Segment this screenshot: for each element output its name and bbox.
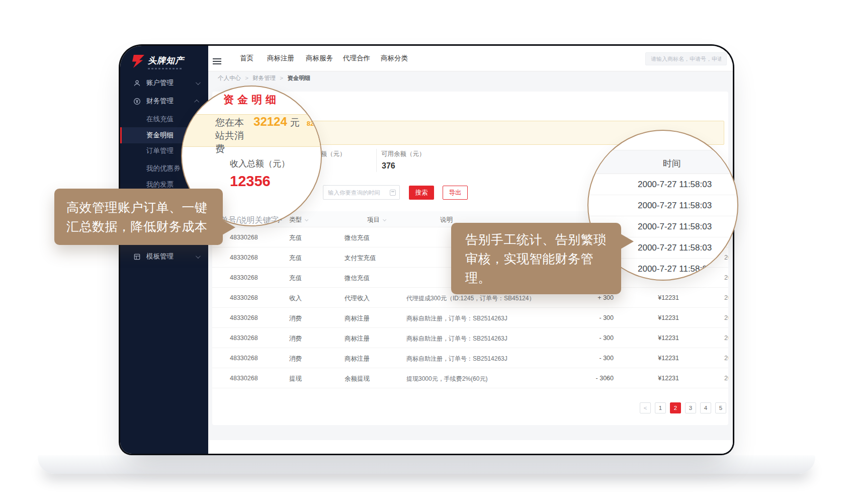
magnified-time-header: 时间 [587,150,738,174]
nav-item-trademark-category[interactable]: 商标分类 [381,54,408,63]
cell-order: 48330268 [230,234,258,241]
cell-time: 2000-7-27 11:58:03 [724,274,728,281]
sort-chevron-icon [305,218,308,221]
cell-type: 收入 [289,294,302,303]
callout-arrow-icon [222,220,235,235]
table-row[interactable]: 48330268消费商标注册商标自助注册，订单号：SB2514263J- 300… [212,348,728,368]
cell-project: 商标注册 [345,355,370,363]
pagination: < 1 2 3 4 5 [640,402,726,413]
pagination-prev-button[interactable]: < [640,402,651,413]
cell-desc: 商标自助注册，订单号：SB2514263J [406,314,507,323]
cell-desc: 代理提成300元（ID:1245，订单号：SB45124） [406,294,535,303]
cell-balance: ¥12231 [648,294,679,301]
stat-divider [376,149,377,172]
callout-left-text: 高效管理账户订单、一键汇总数据，降低财务成本 [66,198,211,236]
sidebar: 头牌知产 账户管理 财务管理 [120,46,208,454]
breadcrumb-separator: > [245,75,248,81]
cell-order: 48330268 [230,294,258,301]
breadcrumb-item-current: 资金明细 [287,75,310,81]
cell-order: 48330268 [230,274,258,281]
sidebar-item-label: 模板管理 [146,252,174,261]
cell-project: 余额提现 [345,375,370,383]
sidebar-item-account[interactable]: 账户管理 [120,75,208,91]
cell-type: 充值 [289,254,302,263]
nav-item-trademark-service[interactable]: 商标服务 [306,54,333,63]
breadcrumb-separator: > [280,75,283,81]
cell-project: 商标注册 [345,334,370,343]
table-row[interactable]: 48330268提现余额提现提现3000元，手续费2%(60元)- 3060¥1… [212,368,728,388]
cell-time: 2000-7-27 11:58:03 [724,334,728,342]
laptop-base [38,455,815,474]
magnified-tab-title: 资金明细 [223,93,280,107]
cell-order: 48330268 [230,314,258,321]
hamburger-menu-icon[interactable] [213,58,221,66]
sidebar-item-label: 订单管理 [146,146,174,155]
magnified-income-label: 收入总额（元） [230,158,290,170]
calendar-icon[interactable] [390,190,396,196]
cell-desc: 提现3000元，手续费2%(60元) [406,375,487,383]
sidebar-item-label: 在线充值 [146,115,174,124]
nav-item-trademark-register[interactable]: 商标注册 [267,54,294,63]
cell-amount: - 3060 [579,375,614,382]
pagination-page-4[interactable]: 4 [700,402,711,413]
pagination-page-1[interactable]: 1 [655,402,666,413]
balance-value: 376 [382,161,395,171]
export-button[interactable]: 导出 [443,186,468,200]
magnified-time-row: 2000-7-27 11:58:03 [587,195,738,216]
chevron-up-icon [194,99,199,104]
cell-project: 微信充值 [345,234,370,242]
cell-desc: 商标自助注册，订单号：SB2514263J [406,334,507,343]
pagination-page-3[interactable]: 3 [685,402,696,413]
cell-amount: - 300 [579,355,614,362]
cell-order: 48330268 [230,355,258,362]
pagination-page-2-active[interactable]: 2 [670,402,681,413]
logo-title: 头牌知产 [148,55,184,66]
cell-project: 代理收入 [345,294,370,303]
balance-label: 可用余额（元） [381,150,425,158]
time-header-label: 时间 [663,157,681,170]
cell-desc: 商标自助注册，订单号：SB2514263J [406,355,507,363]
col-desc-header: 说明 [440,216,453,224]
sidebar-item-label: 财务管理 [146,97,174,106]
cell-balance: ¥12231 [648,334,679,342]
table-row[interactable]: 48330268消费商标注册商标自助注册，订单号：SB2514263J- 300… [212,308,728,328]
col-project-label: 项目 [367,216,380,223]
breadcrumb-item[interactable]: 个人中心 [218,75,241,81]
cell-amount: - 300 [579,314,614,321]
cell-type: 消费 [289,334,302,343]
cell-order: 48330268 [230,375,258,382]
bottom-strip [208,440,733,454]
sidebar-item-template-management[interactable]: 模板管理 [120,248,208,265]
col-project-header[interactable]: 项目 [367,216,385,224]
cell-project: 微信充值 [345,274,370,283]
search-button[interactable]: 搜索 [409,186,434,200]
magnified-consumption-banner: 您在本站共消费 32124 元 820 元 [181,114,322,147]
banner-amount: 32124 [253,115,287,129]
cell-type: 消费 [289,355,302,363]
user-icon [133,79,141,87]
nav-item-home[interactable]: 首页 [240,54,253,63]
sidebar-item-label: 资金明细 [146,131,174,140]
sidebar-item-finance[interactable]: 财务管理 [120,93,208,109]
logo-icon [132,55,144,68]
logo-tagline [148,68,183,69]
cell-type: 充值 [289,274,302,283]
pagination-page-5[interactable]: 5 [715,402,726,413]
cell-type: 消费 [289,314,302,323]
sidebar-item-label: 我的发票 [146,180,174,189]
banner-prefix: 您在本站共消费 [215,116,250,155]
template-icon [133,253,141,261]
search-input[interactable] [645,52,727,65]
nav-item-agency[interactable]: 代理合作 [343,54,370,63]
finance-icon [133,98,141,105]
breadcrumb-item[interactable]: 财务管理 [252,75,276,81]
logo: 头牌知产 [132,55,184,69]
table-row[interactable]: 48330268消费商标注册商标自助注册，订单号：SB2514263J- 300… [212,328,728,348]
cell-order: 48330268 [230,334,258,342]
col-type-header[interactable]: 类型 [289,216,307,224]
callout-right: 告别手工统计、告别繁琐审核，实现智能财务管理。 [451,223,621,294]
chevron-down-icon [196,254,201,259]
callout-arrow-icon [621,234,634,249]
date-query-input[interactable] [323,185,400,200]
cell-project: 商标注册 [345,314,370,323]
